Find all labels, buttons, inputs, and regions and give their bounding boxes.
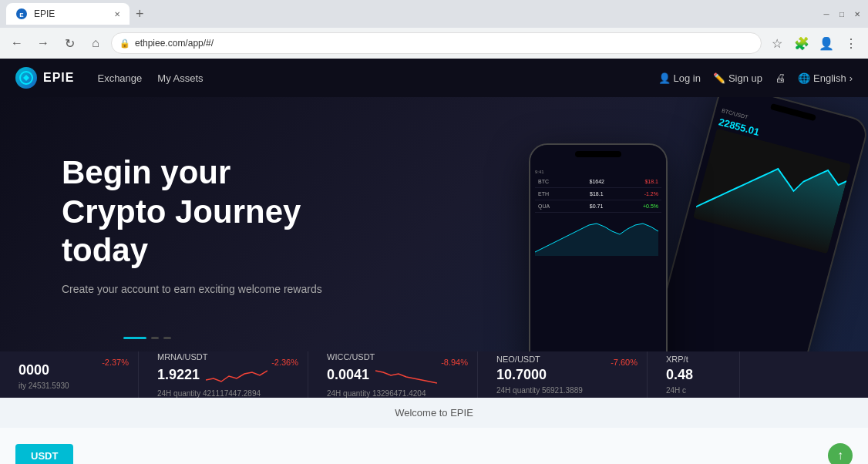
ticker-vol-2: 24H quantity 13296471.4204 <box>327 389 459 398</box>
nav-my-assets[interactable]: My Assets <box>157 72 203 84</box>
ticker-pair-1: MRNA/USDT <box>157 352 289 361</box>
ticker-item-4: XRP/t 0.48 24H c <box>648 351 740 398</box>
bottom-section: USDT ↑ <box>0 428 868 464</box>
ticker-price-1: 1.9221 <box>157 367 200 383</box>
ticker-vol-3: 24H quantity 56921.3889 <box>496 386 628 395</box>
hero-content: Begin your Crypto Journey today Create y… <box>62 153 806 294</box>
tab-title: EPIE <box>34 8 108 19</box>
welcome-text: Welcome to EPIE <box>395 407 473 419</box>
ticker-pair-3: NEO/USDT <box>496 355 628 364</box>
ticker-item-2: -8.94% WICC/USDT 0.0041 24H quantity 132… <box>308 351 478 398</box>
svg-text:E: E <box>19 12 24 18</box>
nav-links: Exchange My Assets <box>97 72 203 84</box>
browser-chrome: E EPIE ✕ + ─ □ ✕ ← → ↻ ⌂ 🔒 ethpiee.com/a… <box>0 0 868 59</box>
menu-button[interactable]: ⋮ <box>840 32 862 54</box>
help-float-button[interactable]: ↑ <box>828 443 853 464</box>
ticker-price-2: 0.0041 <box>327 367 369 383</box>
logo-text: EPIE <box>43 71 74 85</box>
person-icon: 👤 <box>658 72 671 84</box>
url-display: ethpiee.com/app/#/ <box>135 38 753 49</box>
home-button[interactable]: ⌂ <box>85 32 106 54</box>
hero-title: Begin your Crypto Journey today <box>62 153 806 270</box>
close-button[interactable]: ✕ <box>853 9 862 18</box>
login-button[interactable]: 👤 Log in <box>658 72 701 84</box>
signup-button[interactable]: ✏️ Sign up <box>713 72 762 84</box>
browser-tab[interactable]: E EPIE ✕ <box>6 3 130 25</box>
ticker-item-1: -2.36% MRNA/USDT 1.9221 24H quantity 421… <box>139 351 308 398</box>
refresh-button[interactable]: ↻ <box>59 32 80 54</box>
profile-button[interactable]: 👤 <box>816 32 837 54</box>
ticker-inner-3: NEO/USDT 10.7000 24H quantity 56921.3889 <box>496 355 628 395</box>
mini-chart-1 <box>206 365 267 386</box>
site-nav: EPIE Exchange My Assets 👤 Log in ✏️ Sign… <box>0 59 868 97</box>
ticker-vol-1: 24H quantity 421117447.2894 <box>157 389 289 398</box>
tab-favicon: E <box>15 8 28 20</box>
mini-chart-2 <box>375 365 437 386</box>
ticker-vol-4: 24H c <box>666 386 721 395</box>
ticker-inner-1: MRNA/USDT 1.9221 24H quantity 421117447.… <box>157 352 289 398</box>
ticker-bar: -2.37% 0000 ity 24531.5930 -2.36% MRNA/U… <box>0 351 868 398</box>
indicator-2 <box>151 337 159 339</box>
site-logo[interactable]: EPIE <box>15 67 74 89</box>
ticker-pair-4: XRP/t <box>666 355 721 364</box>
browser-titlebar: E EPIE ✕ + ─ □ ✕ <box>0 0 868 28</box>
logo-icon <box>15 67 37 89</box>
tab-close-button[interactable]: ✕ <box>114 10 120 18</box>
welcome-bar: Welcome to EPIE <box>0 398 868 428</box>
bookmark-button[interactable]: ☆ <box>766 32 788 54</box>
signup-icon: ✏️ <box>713 72 725 84</box>
security-icon: 🔒 <box>119 39 130 49</box>
indicator-3 <box>163 337 171 339</box>
address-bar[interactable]: 🔒 ethpiee.com/app/#/ <box>111 32 762 54</box>
toolbar-icons: ☆ 🧩 👤 ⋮ <box>766 32 862 54</box>
ticker-price-0: 0000 <box>19 362 119 378</box>
window-controls: ─ □ ✕ <box>822 9 862 18</box>
help-icon: ↑ <box>837 449 843 462</box>
nav-right: 👤 Log in ✏️ Sign up 🖨 🌐 English › <box>658 72 853 84</box>
new-tab-button[interactable]: + <box>133 3 147 25</box>
language-selector[interactable]: 🌐 English › <box>798 72 853 84</box>
ticker-item-0: -2.37% 0000 ity 24531.5930 <box>0 351 139 398</box>
print-button[interactable]: 🖨 <box>775 72 786 84</box>
ticker-item-3: -7.60% NEO/USDT 10.7000 24H quantity 569… <box>478 351 648 398</box>
ticker-price-4: 0.48 <box>666 367 721 383</box>
usdt-button[interactable]: USDT <box>15 444 73 465</box>
ticker-inner-2: WICC/USDT 0.0041 24H quantity 13296471.4… <box>327 352 459 398</box>
slide-indicators <box>62 337 171 339</box>
ticker-inner-0: 0000 ity 24531.5930 <box>19 359 119 390</box>
hero-subtitle: Create your account to earn exciting wel… <box>62 283 806 295</box>
indicator-active <box>123 337 146 339</box>
forward-button[interactable]: → <box>32 32 54 54</box>
website: EPIE Exchange My Assets 👤 Log in ✏️ Sign… <box>0 59 868 464</box>
nav-exchange[interactable]: Exchange <box>97 72 142 84</box>
restore-button[interactable]: □ <box>837 9 846 18</box>
hero-section: Begin your Crypto Journey today Create y… <box>0 97 868 351</box>
chevron-down-icon: › <box>849 72 853 84</box>
browser-toolbar: ← → ↻ ⌂ 🔒 ethpiee.com/app/#/ ☆ 🧩 👤 ⋮ <box>0 28 868 59</box>
globe-icon: 🌐 <box>798 72 810 84</box>
ticker-vol-0: ity 24531.5930 <box>19 382 119 390</box>
ticker-pair-2: WICC/USDT <box>327 352 459 361</box>
ticker-inner-4: XRP/t 0.48 24H c <box>666 355 721 395</box>
extensions-button[interactable]: 🧩 <box>791 32 812 54</box>
ticker-price-3: 10.7000 <box>496 367 628 383</box>
minimize-button[interactable]: ─ <box>822 9 831 18</box>
back-button[interactable]: ← <box>6 32 28 54</box>
